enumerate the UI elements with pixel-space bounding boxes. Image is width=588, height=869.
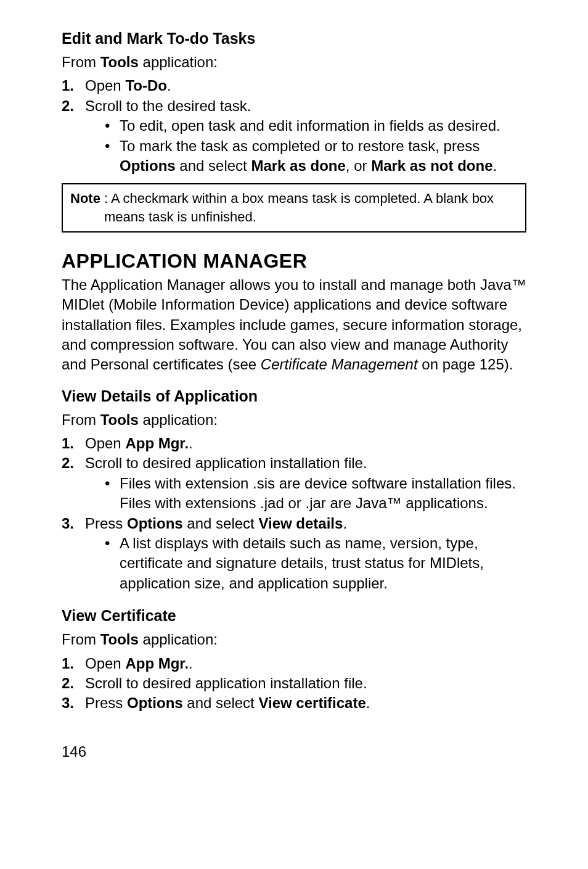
text: , or [346, 157, 371, 174]
text: To mark the task as completed or to rest… [120, 138, 480, 154]
intro-line-1: From Tools application: [62, 52, 526, 72]
app-mgr-label: App Mgr. [125, 435, 189, 451]
text: Open [85, 655, 125, 672]
options-label: Options [127, 515, 183, 532]
step-item: Scroll to desired application installati… [62, 453, 526, 513]
step-item: Scroll to desired application installati… [62, 673, 526, 693]
text: . [189, 655, 193, 672]
text: and select [183, 694, 259, 711]
text: Press [85, 515, 127, 532]
text: application: [139, 631, 218, 648]
text: Open [85, 77, 125, 94]
bullet-item: To mark the task as completed or to rest… [85, 136, 526, 176]
todo-label: To-Do [125, 77, 167, 94]
step-item: Open App Mgr.. [62, 434, 526, 453]
tools-label: Tools [100, 54, 139, 70]
bullet-list: A list displays with details such as nam… [85, 533, 526, 593]
note-box: Note : A checkmark within a box means ta… [62, 183, 526, 232]
steps-list-4: Open App Mgr.. Scroll to desired applica… [62, 654, 526, 714]
cert-mgmt-ref: Certificate Management [261, 356, 418, 373]
text: . [343, 515, 347, 532]
tools-label: Tools [100, 631, 139, 648]
page-number: 146 [62, 743, 526, 760]
text: Scroll to desired application installati… [85, 455, 367, 471]
step-item: Open To-Do. [62, 76, 526, 96]
text: Press [85, 694, 127, 711]
bullet-item: Files with extension .sis are device sof… [85, 474, 526, 514]
mark-not-done-label: Mark as not done [371, 157, 492, 174]
text: . [493, 157, 497, 174]
bullet-list: Files with extension .sis are device sof… [85, 474, 526, 514]
step-item: Press Options and select View certificat… [62, 693, 526, 713]
view-certificate-label: View certificate [258, 694, 365, 711]
bullet-item: To edit, open task and edit information … [85, 116, 526, 136]
steps-list-3: Open App Mgr.. Scroll to desired applica… [62, 434, 526, 593]
text: From [62, 411, 100, 428]
step-item: Press Options and select View details. A… [62, 514, 526, 594]
text: From [62, 631, 100, 648]
text: application: [139, 54, 218, 70]
app-manager-paragraph: The Application Manager allows you to in… [62, 275, 526, 375]
intro-line-4: From Tools application: [62, 630, 526, 649]
options-label: Options [120, 157, 176, 174]
steps-list-1: Open To-Do. Scroll to the desired task. … [62, 76, 526, 176]
step-item: Scroll to the desired task. To edit, ope… [62, 96, 526, 176]
text: on page 125). [418, 356, 513, 373]
heading-application-manager: APPLICATION MANAGER [62, 250, 526, 273]
mark-done-label: Mark as done [251, 157, 345, 174]
intro-line-3: From Tools application: [62, 410, 526, 430]
tools-label: Tools [100, 411, 139, 428]
text: Scroll to the desired task. [85, 97, 251, 114]
heading-edit-mark: Edit and Mark To-do Tasks [62, 30, 526, 47]
heading-view-certificate: View Certificate [62, 607, 526, 625]
page-content: Edit and Mark To-do Tasks From Tools app… [0, 0, 588, 785]
app-mgr-label: App Mgr. [125, 655, 189, 672]
bullet-list: To edit, open task and edit information … [85, 116, 526, 176]
text: application: [139, 411, 218, 428]
bullet-item: A list displays with details such as nam… [85, 533, 526, 593]
heading-view-details: View Details of Application [62, 387, 526, 405]
text: . [167, 77, 171, 94]
view-details-label: View details [258, 515, 343, 532]
note-text: : A checkmark within a box means task is… [104, 189, 518, 226]
step-item: Open App Mgr.. [62, 654, 526, 673]
text: and select [176, 157, 251, 174]
text: Open [85, 435, 125, 451]
text: and select [183, 515, 259, 532]
text: From [62, 54, 100, 70]
text: . [366, 694, 370, 711]
text: . [189, 435, 193, 451]
options-label: Options [127, 694, 183, 711]
note-label: Note [70, 189, 100, 226]
